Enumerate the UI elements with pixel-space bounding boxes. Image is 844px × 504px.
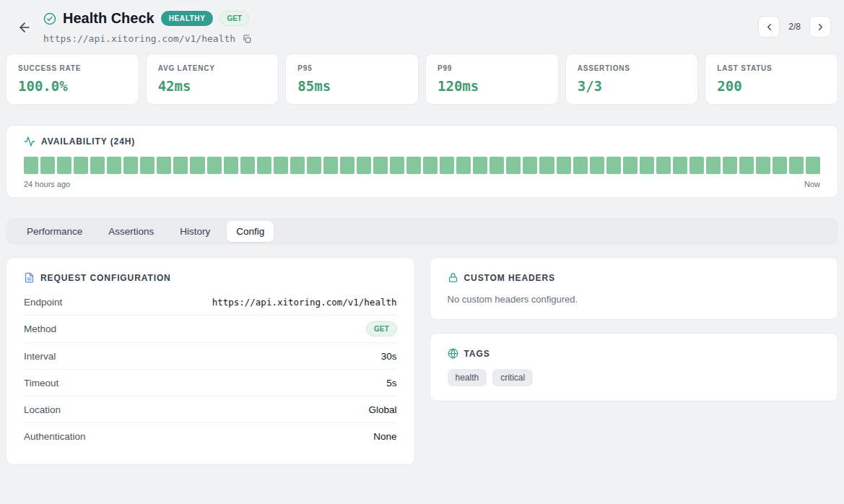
availability-segment — [789, 157, 804, 174]
availability-segment — [640, 157, 654, 174]
availability-segment — [490, 157, 504, 174]
availability-segment — [739, 157, 754, 174]
activity-pulse-icon — [24, 136, 35, 147]
back-button[interactable] — [13, 16, 36, 39]
availability-segment — [357, 157, 371, 174]
pager: 2/8 — [758, 16, 831, 38]
config-value: 5s — [386, 378, 396, 388]
custom-headers-card: CUSTOM HEADERS No custom headers configu… — [430, 257, 839, 320]
left-column: REQUEST CONFIGURATION Endpoint https://a… — [6, 257, 415, 465]
config-label: Method — [24, 323, 56, 334]
config-value: https://api.xitoring.com/v1/health — [212, 297, 397, 308]
availability-segment — [706, 157, 721, 174]
tab-bar: Performance Assertions History Config — [6, 218, 838, 245]
availability-segment — [290, 157, 305, 174]
request-configuration-title: REQUEST CONFIGURATION — [40, 273, 171, 283]
availability-segment — [423, 157, 438, 174]
availability-segment — [606, 157, 621, 174]
config-value: None — [373, 431, 396, 442]
endpoint-url: https://api.xitoring.com/v1/health — [43, 33, 235, 44]
config-value: 30s — [381, 351, 397, 362]
copy-url-button[interactable] — [242, 34, 252, 44]
availability-segment — [756, 157, 770, 174]
availability-segment — [689, 157, 704, 174]
chevron-right-icon — [815, 22, 826, 32]
availability-segment — [90, 157, 105, 174]
availability-segment — [440, 157, 454, 174]
stat-value: 85ms — [297, 78, 406, 94]
config-label: Location — [24, 404, 61, 415]
availability-segment — [74, 157, 88, 174]
stat-value: 120ms — [438, 78, 547, 94]
availability-segment — [673, 157, 687, 174]
availability-segment — [190, 157, 204, 174]
availability-segment — [224, 157, 238, 174]
tab-config[interactable]: Config — [227, 221, 274, 242]
config-row-interval: Interval 30s — [24, 343, 397, 370]
tab-assertions[interactable]: Assertions — [99, 221, 163, 242]
lock-icon — [448, 272, 458, 283]
stat-label: AVG LATENCY — [158, 64, 267, 72]
availability-segment — [157, 157, 171, 174]
page-title: Health Check — [63, 10, 155, 27]
request-configuration-card: REQUEST CONFIGURATION Endpoint https://a… — [6, 257, 415, 465]
chevron-left-icon — [764, 22, 775, 32]
config-value: Global — [368, 404, 396, 415]
availability-segment — [456, 157, 471, 174]
tag-chip-health: health — [448, 369, 487, 386]
header: Health Check HEALTHY GET https://api.xit… — [6, 6, 838, 53]
availability-segment — [323, 157, 338, 174]
config-row-authentication: Authentication None — [24, 423, 397, 450]
stat-label: LAST STATUS — [717, 64, 826, 72]
availability-segment — [573, 157, 588, 174]
prev-check-button[interactable] — [758, 16, 780, 38]
stat-value: 200 — [717, 78, 826, 94]
arrow-left-icon — [17, 20, 32, 35]
config-row-method: Method GET — [24, 316, 397, 343]
config-row-endpoint: Endpoint https://api.xitoring.com/v1/hea… — [24, 289, 397, 316]
availability-title: AVAILABILITY (24H) — [41, 136, 135, 147]
stat-card-p95: P95 85ms — [285, 53, 419, 105]
stat-value: 3/3 — [578, 78, 687, 94]
check-circle-icon — [43, 12, 56, 25]
config-row-timeout: Timeout 5s — [24, 370, 397, 396]
availability-end-label: Now — [804, 180, 820, 188]
page: Health Check HEALTHY GET https://api.xit… — [0, 0, 844, 504]
stat-card-avg-latency: AVG LATENCY 42ms — [146, 53, 279, 105]
availability-segment — [406, 157, 421, 174]
tags-card: TAGS health critical — [430, 333, 839, 401]
availability-segment — [506, 157, 521, 174]
copy-icon — [242, 34, 252, 44]
stat-label: SUCCESS RATE — [18, 64, 127, 72]
availability-segment — [257, 157, 271, 174]
config-label: Interval — [24, 351, 56, 362]
stat-card-assertions: ASSERTIONS 3/3 — [565, 53, 699, 105]
availability-segment — [140, 157, 155, 174]
stat-card-success-rate: SUCCESS RATE 100.0% — [6, 53, 139, 105]
config-label: Endpoint — [24, 297, 62, 308]
method-badge: GET — [366, 321, 397, 336]
tag-chip-critical: critical — [492, 369, 533, 386]
availability-segment — [373, 157, 388, 174]
stat-card-last-status: LAST STATUS 200 — [705, 53, 838, 105]
availability-segment — [123, 157, 138, 174]
availability-bars — [24, 157, 820, 174]
availability-segment — [57, 157, 71, 174]
availability-segment — [623, 157, 638, 174]
availability-segment — [240, 157, 255, 174]
stat-label: ASSERTIONS — [578, 64, 687, 72]
availability-segment — [539, 157, 554, 174]
content: REQUEST CONFIGURATION Endpoint https://a… — [6, 257, 838, 465]
stats-row: SUCCESS RATE 100.0% AVG LATENCY 42ms P95… — [6, 53, 838, 105]
next-check-button[interactable] — [809, 16, 831, 38]
document-icon — [24, 272, 35, 283]
availability-segment — [307, 157, 321, 174]
stat-value: 42ms — [158, 78, 267, 94]
tag-chips: health critical — [448, 369, 821, 386]
config-row-location: Location Global — [24, 396, 397, 423]
availability-segment — [523, 157, 537, 174]
tab-performance[interactable]: Performance — [17, 221, 92, 242]
tab-history[interactable]: History — [170, 221, 219, 242]
availability-segment — [173, 157, 188, 174]
availability-segment — [723, 157, 737, 174]
